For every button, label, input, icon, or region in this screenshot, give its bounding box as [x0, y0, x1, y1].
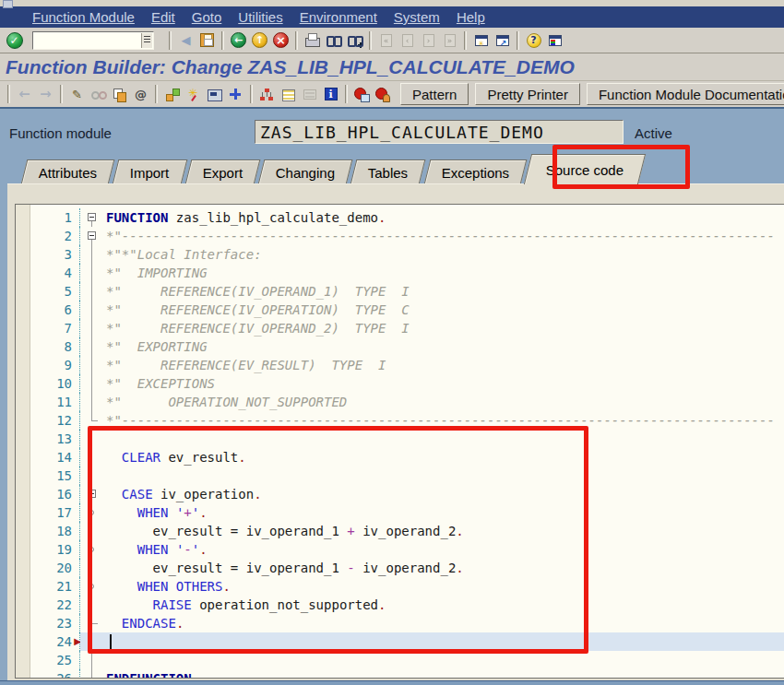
code-line-26[interactable]: 26ENDFUNCTION. [30, 669, 784, 679]
code-line-10[interactable]: 10*" EXCEPTIONS [30, 374, 784, 393]
create-shortcut-icon [496, 35, 509, 46]
line-number: 5 [30, 282, 80, 301]
code-line-24[interactable]: 24▶ [30, 632, 784, 651]
back-triangle-button[interactable] [175, 30, 196, 52]
next-page-button [418, 30, 439, 52]
code-line-25[interactable]: 25 [30, 651, 784, 669]
code-line-21[interactable]: 21 WHEN OTHERS. [30, 577, 784, 596]
display-change-button[interactable] [66, 83, 88, 105]
pattern-button[interactable]: Pattern [400, 83, 469, 105]
breakpoint-user-button[interactable] [373, 83, 394, 105]
create-shortcut-button[interactable] [492, 30, 513, 52]
code-line-19[interactable]: 19 WHEN '-'. [30, 540, 784, 559]
menu-goto[interactable]: Goto [184, 6, 231, 28]
code-line-15[interactable]: 15 [30, 467, 784, 485]
code-lines: 1FUNCTION zas_lib_hpl_calculate_demo.2*"… [30, 208, 784, 679]
menu-edit[interactable]: Edit [143, 6, 184, 28]
tab-changing[interactable]: Changing [258, 159, 353, 184]
info-button[interactable] [320, 83, 341, 105]
code-line-9[interactable]: 9*" REFERENCE(EV_RESULT) TYPE I [30, 356, 784, 374]
code-line-3[interactable]: 3*"*"Local Interface: [30, 245, 784, 264]
code-line-17[interactable]: 17 WHEN '+'. [30, 503, 784, 522]
command-field[interactable] [34, 33, 137, 48]
menu-utilities[interactable]: Utilities [230, 6, 291, 28]
fold-vline-icon [80, 356, 104, 374]
detail-icon [303, 89, 316, 100]
code-line-11[interactable]: 11*" OPERATION_NOT_SUPPORTED [30, 393, 784, 411]
code-line-2[interactable]: 2*"-------------------------------------… [30, 227, 784, 245]
find-button[interactable] [323, 30, 344, 52]
code-line-14[interactable]: 14 CLEAR ev_result. [30, 448, 784, 467]
tab-source-code[interactable]: Source code [524, 154, 646, 184]
help-button[interactable] [523, 30, 544, 52]
code-line-18[interactable]: 18 ev_result = iv_operand_1 + iv_operand… [30, 522, 784, 540]
activate-button[interactable] [130, 83, 151, 105]
toolbar-separator [464, 31, 467, 50]
code-line-16[interactable]: 16 CASE iv_operation. [30, 485, 784, 503]
activate-wand-button[interactable] [183, 83, 204, 105]
nav-cancel-icon [273, 32, 289, 48]
copy-button[interactable] [109, 83, 130, 105]
enter-button[interactable] [4, 30, 25, 52]
new-session-button[interactable] [470, 30, 492, 52]
code-line-6[interactable]: 6*" REFERENCE(IV_OPERATION) TYPE C [30, 301, 784, 319]
code-line-22[interactable]: 22 RAISE operation_not_supported. [30, 596, 784, 614]
tab-attributes[interactable]: Attributes [21, 159, 115, 184]
code-line-5[interactable]: 5*" REFERENCE(IV_OPERAND_1) TYPE I [30, 282, 784, 301]
fold-box-icon[interactable] [80, 208, 104, 227]
fold-box-icon[interactable] [80, 227, 104, 245]
menu-environment[interactable]: Environment [291, 6, 386, 28]
code-line-12[interactable]: 12*"------------------------------------… [30, 411, 784, 430]
fold-vline-icon [80, 374, 104, 393]
info-icon [325, 88, 338, 100]
jump-button[interactable] [161, 83, 183, 105]
print-button[interactable] [302, 30, 323, 52]
tab-export[interactable]: Export [185, 159, 261, 184]
hierarchy-button[interactable] [256, 83, 278, 105]
test-button[interactable] [204, 83, 225, 105]
tab-tables[interactable]: Tables [350, 159, 426, 184]
function-module-documentation-button[interactable]: Function Module Documentation [587, 83, 784, 105]
line-number: 12 [30, 411, 80, 430]
tab-exceptions[interactable]: Exceptions [423, 159, 527, 184]
code-line-7[interactable]: 7*" REFERENCE(IV_OPERAND_2) TYPE I [30, 319, 784, 337]
code-line-13[interactable]: 13 [30, 430, 784, 448]
fold-end-icon [80, 411, 104, 430]
line-number: 8 [30, 337, 80, 356]
nav-left-button [14, 83, 35, 105]
code-line-8[interactable]: 8*" EXPORTING [30, 337, 784, 356]
new-session-icon [475, 35, 488, 46]
code-line-1[interactable]: 1FUNCTION zas_lib_hpl_calculate_demo. [30, 208, 784, 227]
code-line-23[interactable]: 23 ENDCASE. [30, 614, 784, 632]
breakpoint-screen-button[interactable] [351, 83, 373, 105]
pretty-printer-button[interactable]: Pretty Printer [475, 83, 580, 105]
fold-end-icon [80, 614, 104, 632]
nav-cancel-button[interactable] [270, 30, 291, 52]
editor-selection-margin[interactable] [16, 205, 30, 678]
save-button[interactable] [196, 30, 218, 52]
sort-button[interactable] [278, 83, 299, 105]
command-history-dropdown-icon[interactable] [141, 33, 152, 48]
line-number: 21 [30, 577, 80, 596]
menu-system[interactable]: System [386, 6, 448, 28]
tab-import[interactable]: Import [113, 159, 187, 184]
menu-help[interactable]: Help [448, 6, 493, 28]
code-line-20[interactable]: 20 ev_result = iv_operand_1 - iv_operand… [30, 559, 784, 577]
function-module-field[interactable] [255, 120, 624, 144]
menu-function-module[interactable]: Function Module [24, 6, 143, 28]
abap-source-editor[interactable]: 1FUNCTION zas_lib_hpl_calculate_demo.2*"… [15, 204, 784, 679]
find-next-button[interactable] [344, 30, 365, 52]
sort-icon [280, 87, 296, 102]
nav-back-button[interactable] [228, 30, 249, 52]
code-line-4[interactable]: 4*" IMPORTING [30, 264, 784, 282]
nav-exit-button[interactable] [249, 30, 270, 52]
fold-box-icon[interactable] [80, 485, 104, 503]
fold-vline-icon [80, 467, 104, 485]
line-number: 17 [30, 503, 80, 522]
where-used-button[interactable] [225, 83, 246, 105]
breakpoint-user-icon [375, 87, 391, 102]
code-text: *" IMPORTING [104, 264, 784, 282]
line-number: 10 [30, 374, 80, 393]
customize-layout-button[interactable] [544, 30, 565, 52]
window-menu-icon[interactable] [3, 0, 13, 8]
